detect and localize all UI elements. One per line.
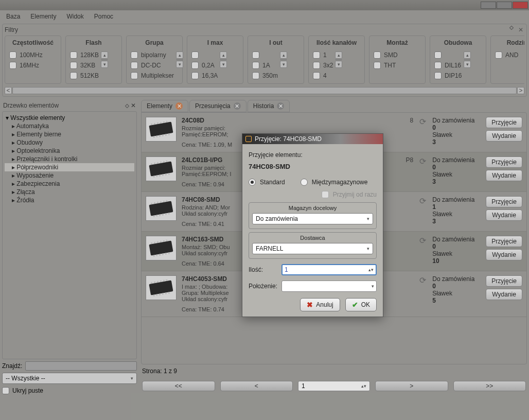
receive-dialog: Przyjęcie: 74HC08-SMD Przyjęcie elementu… (242, 133, 383, 317)
radio-interwarehouse[interactable]: Międzymagazynowe (301, 179, 368, 186)
dialog-titlebar[interactable]: Przyjęcie: 74HC08-SMD (242, 134, 383, 144)
cancel-button[interactable]: ✖Anuluj (300, 298, 340, 311)
cancel-icon: ✖ (307, 301, 313, 309)
dialog-title: Przyjęcie: 74HC08-SMD (255, 135, 322, 143)
dialog-icon (245, 136, 252, 142)
qty-label: Ilość: (249, 266, 277, 273)
target-warehouse-select[interactable]: Do zamówienia▾ (252, 213, 373, 224)
supplier-select[interactable]: FARNELL▾ (252, 243, 373, 254)
accept-now-label: Przyjmij od razu (333, 191, 377, 198)
dialog-header: Przyjęcie elementu: (249, 151, 377, 159)
ok-icon: ✔ (352, 301, 358, 309)
ok-button[interactable]: ✔OK (345, 298, 377, 311)
position-input[interactable]: ▾ (281, 281, 377, 292)
qty-input[interactable]: 1▴▾ (281, 264, 377, 275)
dialog-element-name: 74HC08-SMD (249, 163, 377, 170)
supplier-label: Dostawca (252, 235, 373, 243)
position-label: Położenie: (249, 283, 277, 290)
target-warehouse-label: Magazyn docelowy (252, 205, 373, 213)
radio-standard[interactable]: Standard (249, 179, 285, 186)
accept-now-checkbox (322, 191, 329, 198)
